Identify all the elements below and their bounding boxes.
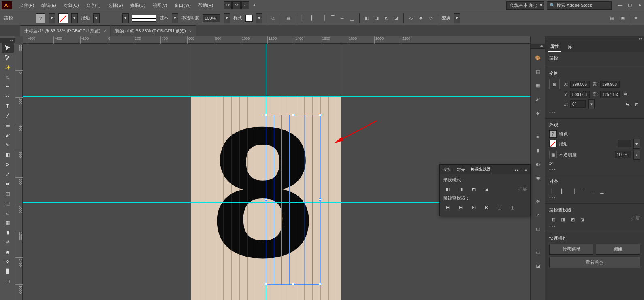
ruler-horizontal[interactable]: -600-400-2000200400600800100012001400160… <box>23 36 530 44</box>
fill-swatch[interactable]: ? <box>36 13 45 23</box>
arrange-icon[interactable]: ▭ <box>241 1 249 9</box>
stock-search[interactable]: 🔍 搜索 Adobe Stock <box>547 1 612 10</box>
recolor-icon[interactable]: ◎ <box>269 15 277 22</box>
pf-intersect-icon[interactable]: ◩ <box>382 14 390 22</box>
stroke-dd-p[interactable]: ▾ <box>633 139 640 149</box>
stroke-weight-input[interactable] <box>618 140 631 147</box>
pf-minus-icon[interactable]: ◨ <box>373 14 381 22</box>
panel-menu-icon[interactable]: ≡ <box>632 15 640 22</box>
line-tool[interactable]: ╱ <box>2 111 14 121</box>
link-wh-icon[interactable]: ⛓ <box>622 91 629 98</box>
menu-file[interactable]: 文件(F) <box>16 1 37 10</box>
magic-wand-tool[interactable]: ✨ <box>2 62 14 72</box>
menu-edit[interactable]: 编辑(E) <box>38 1 60 10</box>
menu-select[interactable]: 选择(S) <box>105 1 126 10</box>
stroke-swatch-p[interactable] <box>549 140 557 147</box>
fill-dropdown[interactable]: ▾ <box>49 13 55 23</box>
layers-icon[interactable]: ❖ <box>533 197 542 206</box>
pf-menu-icon[interactable]: ≡ <box>524 166 528 174</box>
angle-dd[interactable]: ▾ <box>588 99 595 109</box>
pathfinder-icon[interactable]: ◪ <box>533 262 542 270</box>
rectangle-tool[interactable]: ▭ <box>2 121 14 130</box>
pf-trim-icon[interactable]: ⊟ <box>456 203 465 212</box>
sm-exclude-icon[interactable]: ◪ <box>482 185 491 194</box>
window-maximize[interactable]: ▢ <box>627 2 633 8</box>
opacity-input-p[interactable] <box>615 151 631 158</box>
angle-input[interactable] <box>570 100 586 108</box>
ruler-vertical[interactable]: 200020040060080010001200140016001800 <box>15 44 23 300</box>
pf-tab-align[interactable]: 对齐 <box>456 165 466 174</box>
more-pathfinder-icon[interactable]: ••• <box>549 223 640 228</box>
flip-v-icon[interactable]: ⇵ <box>633 100 640 108</box>
p-align-right-icon[interactable]: ▕ <box>569 187 577 195</box>
doc-tab-1[interactable]: 未标题-1* @ 33.33% (RGB/GPU 预览)× <box>20 25 110 36</box>
p-align-vcenter-icon[interactable]: ─ <box>588 187 596 195</box>
pf-merge-icon[interactable]: ⊡ <box>469 203 478 212</box>
pathfinder-panel[interactable]: 变换 对齐 路径查找器 ▸▸ ≡ 形状模式： ◧ ◨ ◩ ◪ 扩展 路径查找器：… <box>439 164 531 216</box>
tab-libraries[interactable]: 库 <box>566 42 574 52</box>
brush-tool[interactable]: 🖌 <box>2 130 14 140</box>
edit-contents-icon[interactable]: ▣ <box>618 15 627 22</box>
more-transform-icon[interactable]: ••• <box>549 110 640 115</box>
rotate-tool[interactable]: ⟳ <box>2 160 14 169</box>
recolor-button[interactable]: 重新着色 <box>549 257 640 268</box>
flip-h-icon[interactable]: ⇋ <box>624 100 631 108</box>
selection-bounds[interactable] <box>266 115 320 285</box>
more-align-icon[interactable]: ••• <box>549 195 640 200</box>
swatches-icon[interactable]: ▦ <box>533 81 542 90</box>
menu-type[interactable]: 文字(T) <box>83 1 104 10</box>
p-intersect-icon[interactable]: ◩ <box>569 215 577 223</box>
p-exclude-icon[interactable]: ◪ <box>578 215 586 223</box>
sm-intersect-icon[interactable]: ◩ <box>469 185 478 194</box>
reference-point-icon[interactable]: ⊞ <box>549 79 560 89</box>
menu-object[interactable]: 对象(O) <box>60 1 82 10</box>
lasso-tool[interactable]: ⟲ <box>2 72 14 82</box>
iso-right-icon[interactable]: ◇ <box>426 14 435 22</box>
align-vcenter-icon[interactable]: ─ <box>338 14 346 22</box>
fx-label[interactable]: fx. <box>549 161 554 166</box>
iso-top-icon[interactable]: ◆ <box>417 14 425 22</box>
menu-view[interactable]: 视图(V) <box>149 1 171 10</box>
pf-crop-icon[interactable]: ⊠ <box>482 203 491 212</box>
brush-preview[interactable] <box>132 15 156 22</box>
graphic-style-swatch[interactable] <box>245 15 253 22</box>
transform-label[interactable]: 变换 <box>441 15 450 21</box>
blend-tool[interactable]: ◉ <box>2 247 14 257</box>
align-bottom-icon[interactable]: ▁ <box>348 14 356 22</box>
direct-selection-tool[interactable] <box>2 53 14 62</box>
dock-collapse[interactable]: ◂◂ <box>531 44 545 49</box>
p-minus-icon[interactable]: ◨ <box>559 215 567 223</box>
symbols-icon[interactable]: ♣ <box>533 109 542 117</box>
p-align-left-icon[interactable]: ▏ <box>549 187 557 195</box>
toolbox-collapse[interactable]: ▸▸ <box>0 38 15 43</box>
curvature-tool[interactable]: 〰 <box>2 91 14 101</box>
guide-v[interactable] <box>341 44 341 300</box>
rocket-icon[interactable]: ✈ <box>250 1 258 9</box>
shaper-tool[interactable]: ✎ <box>2 140 14 150</box>
group-button[interactable]: 编组 <box>596 244 640 255</box>
style-dd[interactable]: ▾ <box>256 13 262 23</box>
graph-tool[interactable]: ▊ <box>2 266 14 276</box>
align-artboard-icon[interactable]: ▦ <box>284 15 292 22</box>
scale-tool[interactable]: ⤢ <box>2 169 14 179</box>
sm-unite-icon[interactable]: ◧ <box>443 185 452 194</box>
pf-exclude-icon[interactable]: ◪ <box>392 14 400 22</box>
offset-path-button[interactable]: 位移路径 <box>549 244 593 255</box>
sm-minus-icon[interactable]: ◨ <box>456 185 465 194</box>
pf-tab-transform[interactable]: 变换 <box>442 165 452 174</box>
p-align-hcenter-icon[interactable]: ▎ <box>559 187 567 195</box>
menu-window[interactable]: 窗口(W) <box>171 1 194 10</box>
pen-tool[interactable]: ✒ <box>2 82 14 91</box>
pf-minusback-icon[interactable]: ◫ <box>508 203 517 212</box>
pf-collapse-icon[interactable]: ▸▸ <box>514 166 520 174</box>
opacity-dd[interactable]: ▾ <box>224 13 230 23</box>
iso-left-icon[interactable]: ◇ <box>407 14 415 22</box>
menu-effect[interactable]: 效果(C) <box>127 1 148 10</box>
asset-export-icon[interactable]: ↗ <box>533 211 542 219</box>
workspace-switcher[interactable]: 传统基本功能 <box>506 1 544 10</box>
tab-properties[interactable]: 属性 <box>548 41 561 52</box>
x-input[interactable] <box>570 81 590 88</box>
props-collapse[interactable]: ▸▸ <box>545 36 644 41</box>
stroke-weight-dd[interactable]: ▾ <box>93 13 100 23</box>
fill-swatch-p[interactable]: ? <box>549 130 557 138</box>
